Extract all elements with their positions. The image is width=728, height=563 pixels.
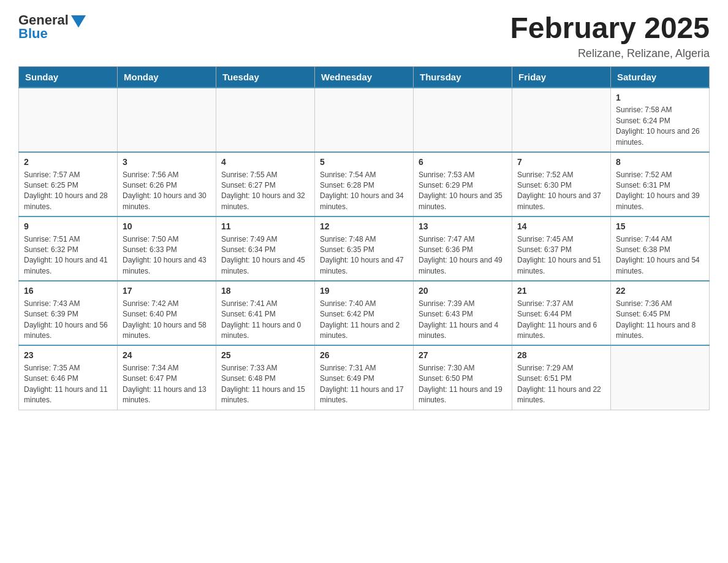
- calendar-cell: 25Sunrise: 7:33 AMSunset: 6:48 PMDayligh…: [216, 345, 315, 410]
- day-info: Sunrise: 7:57 AMSunset: 6:25 PMDaylight:…: [24, 170, 112, 213]
- calendar-cell: 8Sunrise: 7:52 AMSunset: 6:31 PMDaylight…: [611, 152, 710, 216]
- day-number: 10: [123, 221, 211, 233]
- day-info: Sunrise: 7:36 AMSunset: 6:45 PMDaylight:…: [616, 299, 704, 342]
- calendar-cell: 15Sunrise: 7:44 AMSunset: 6:38 PMDayligh…: [611, 216, 710, 281]
- day-number: 9: [24, 221, 112, 233]
- calendar-header: SundayMondayTuesdayWednesdayThursdayFrid…: [19, 66, 710, 88]
- page-header: General Blue February 2025 Relizane, Rel…: [18, 12, 710, 60]
- day-number: 16: [24, 285, 112, 297]
- day-of-week-friday: Friday: [512, 66, 611, 88]
- calendar-cell: 18Sunrise: 7:41 AMSunset: 6:41 PMDayligh…: [216, 281, 315, 345]
- logo-triangle-icon: [71, 15, 86, 28]
- title-block: February 2025 Relizane, Relizane, Algeri…: [510, 12, 710, 60]
- day-info: Sunrise: 7:43 AMSunset: 6:39 PMDaylight:…: [24, 299, 112, 342]
- calendar-cell: 14Sunrise: 7:45 AMSunset: 6:37 PMDayligh…: [512, 216, 611, 281]
- day-info: Sunrise: 7:41 AMSunset: 6:41 PMDaylight:…: [221, 299, 309, 342]
- calendar-title: February 2025: [510, 12, 710, 45]
- day-info: Sunrise: 7:53 AMSunset: 6:29 PMDaylight:…: [419, 170, 507, 213]
- calendar-cell: 22Sunrise: 7:36 AMSunset: 6:45 PMDayligh…: [611, 281, 710, 345]
- day-info: Sunrise: 7:45 AMSunset: 6:37 PMDaylight:…: [517, 234, 605, 277]
- day-of-week-thursday: Thursday: [414, 66, 512, 88]
- calendar-cell: 17Sunrise: 7:42 AMSunset: 6:40 PMDayligh…: [118, 281, 216, 345]
- calendar-cell: 5Sunrise: 7:54 AMSunset: 6:28 PMDaylight…: [315, 152, 414, 216]
- calendar-cell: 26Sunrise: 7:31 AMSunset: 6:49 PMDayligh…: [315, 345, 414, 410]
- day-number: 26: [320, 350, 408, 362]
- day-info: Sunrise: 7:51 AMSunset: 6:32 PMDaylight:…: [24, 234, 112, 277]
- day-number: 15: [616, 221, 704, 233]
- day-number: 23: [24, 350, 112, 362]
- calendar-cell: 7Sunrise: 7:52 AMSunset: 6:30 PMDaylight…: [512, 152, 611, 216]
- calendar-cell: 16Sunrise: 7:43 AMSunset: 6:39 PMDayligh…: [19, 281, 118, 345]
- day-info: Sunrise: 7:56 AMSunset: 6:26 PMDaylight:…: [123, 170, 211, 213]
- day-info: Sunrise: 7:37 AMSunset: 6:44 PMDaylight:…: [517, 299, 605, 342]
- day-info: Sunrise: 7:40 AMSunset: 6:42 PMDaylight:…: [320, 299, 408, 342]
- day-number: 11: [221, 221, 309, 233]
- calendar-cell: 20Sunrise: 7:39 AMSunset: 6:43 PMDayligh…: [414, 281, 512, 345]
- calendar-body: 1Sunrise: 7:58 AMSunset: 6:24 PMDaylight…: [19, 88, 710, 410]
- calendar-cell: [118, 88, 216, 152]
- day-number: 3: [123, 156, 211, 169]
- day-info: Sunrise: 7:47 AMSunset: 6:36 PMDaylight:…: [419, 234, 507, 277]
- calendar-cell: [611, 345, 710, 410]
- calendar-cell: 21Sunrise: 7:37 AMSunset: 6:44 PMDayligh…: [512, 281, 611, 345]
- day-number: 24: [123, 350, 211, 362]
- day-number: 1: [616, 92, 704, 104]
- week-row-5: 23Sunrise: 7:35 AMSunset: 6:46 PMDayligh…: [19, 345, 710, 410]
- day-number: 14: [517, 221, 605, 233]
- day-number: 2: [24, 156, 112, 169]
- calendar-cell: [512, 88, 611, 152]
- day-number: 6: [419, 156, 507, 169]
- day-info: Sunrise: 7:55 AMSunset: 6:27 PMDaylight:…: [221, 170, 309, 213]
- day-info: Sunrise: 7:35 AMSunset: 6:46 PMDaylight:…: [24, 363, 112, 406]
- day-number: 19: [320, 285, 408, 297]
- day-number: 21: [517, 285, 605, 297]
- calendar-cell: 6Sunrise: 7:53 AMSunset: 6:29 PMDaylight…: [414, 152, 512, 216]
- week-row-3: 9Sunrise: 7:51 AMSunset: 6:32 PMDaylight…: [19, 216, 710, 281]
- day-info: Sunrise: 7:44 AMSunset: 6:38 PMDaylight:…: [616, 234, 704, 277]
- day-number: 20: [419, 285, 507, 297]
- week-row-1: 1Sunrise: 7:58 AMSunset: 6:24 PMDaylight…: [19, 88, 710, 152]
- calendar-cell: 12Sunrise: 7:48 AMSunset: 6:35 PMDayligh…: [315, 216, 414, 281]
- day-number: 18: [221, 285, 309, 297]
- day-number: 25: [221, 350, 309, 362]
- day-number: 12: [320, 221, 408, 233]
- day-info: Sunrise: 7:29 AMSunset: 6:51 PMDaylight:…: [517, 363, 605, 406]
- calendar-table: SundayMondayTuesdayWednesdayThursdayFrid…: [18, 66, 710, 410]
- day-info: Sunrise: 7:39 AMSunset: 6:43 PMDaylight:…: [419, 299, 507, 342]
- day-number: 4: [221, 156, 309, 169]
- calendar-cell: 4Sunrise: 7:55 AMSunset: 6:27 PMDaylight…: [216, 152, 315, 216]
- day-info: Sunrise: 7:34 AMSunset: 6:47 PMDaylight:…: [123, 363, 211, 406]
- week-row-4: 16Sunrise: 7:43 AMSunset: 6:39 PMDayligh…: [19, 281, 710, 345]
- calendar-cell: 28Sunrise: 7:29 AMSunset: 6:51 PMDayligh…: [512, 345, 611, 410]
- week-row-2: 2Sunrise: 7:57 AMSunset: 6:25 PMDaylight…: [19, 152, 710, 216]
- calendar-cell: 1Sunrise: 7:58 AMSunset: 6:24 PMDaylight…: [611, 88, 710, 152]
- calendar-cell: 24Sunrise: 7:34 AMSunset: 6:47 PMDayligh…: [118, 345, 216, 410]
- calendar-cell: 13Sunrise: 7:47 AMSunset: 6:36 PMDayligh…: [414, 216, 512, 281]
- calendar-cell: 23Sunrise: 7:35 AMSunset: 6:46 PMDayligh…: [19, 345, 118, 410]
- day-info: Sunrise: 7:48 AMSunset: 6:35 PMDaylight:…: [320, 234, 408, 277]
- day-number: 7: [517, 156, 605, 169]
- logo-blue-text: Blue: [18, 26, 48, 42]
- day-number: 22: [616, 285, 704, 297]
- calendar-cell: 9Sunrise: 7:51 AMSunset: 6:32 PMDaylight…: [19, 216, 118, 281]
- logo: General Blue: [18, 12, 86, 42]
- day-info: Sunrise: 7:50 AMSunset: 6:33 PMDaylight:…: [123, 234, 211, 277]
- days-of-week-row: SundayMondayTuesdayWednesdayThursdayFrid…: [19, 66, 710, 88]
- calendar-cell: [216, 88, 315, 152]
- calendar-cell: 10Sunrise: 7:50 AMSunset: 6:33 PMDayligh…: [118, 216, 216, 281]
- calendar-cell: 11Sunrise: 7:49 AMSunset: 6:34 PMDayligh…: [216, 216, 315, 281]
- calendar-cell: [414, 88, 512, 152]
- day-info: Sunrise: 7:33 AMSunset: 6:48 PMDaylight:…: [221, 363, 309, 406]
- day-info: Sunrise: 7:52 AMSunset: 6:31 PMDaylight:…: [616, 170, 704, 213]
- day-of-week-saturday: Saturday: [611, 66, 710, 88]
- calendar-cell: 2Sunrise: 7:57 AMSunset: 6:25 PMDaylight…: [19, 152, 118, 216]
- day-info: Sunrise: 7:30 AMSunset: 6:50 PMDaylight:…: [419, 363, 507, 406]
- calendar-cell: [19, 88, 118, 152]
- calendar-cell: [315, 88, 414, 152]
- day-number: 8: [616, 156, 704, 169]
- day-of-week-sunday: Sunday: [19, 66, 118, 88]
- day-number: 5: [320, 156, 408, 169]
- day-info: Sunrise: 7:58 AMSunset: 6:24 PMDaylight:…: [616, 105, 704, 148]
- day-of-week-monday: Monday: [118, 66, 216, 88]
- day-info: Sunrise: 7:54 AMSunset: 6:28 PMDaylight:…: [320, 170, 408, 213]
